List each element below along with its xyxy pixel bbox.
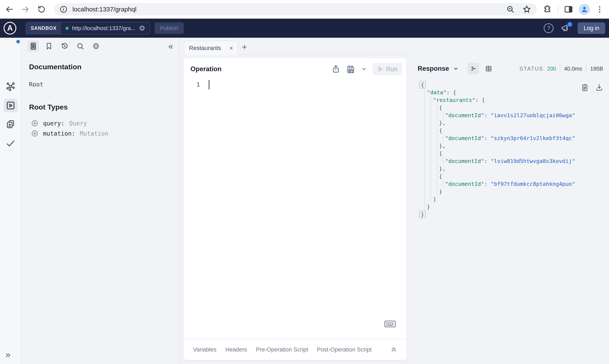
response-code-line: "documentId": "szkyn3pr64r1v2lkebf3t4qc" xyxy=(421,134,575,142)
docs-root-link[interactable]: Root xyxy=(29,81,43,88)
sandbox-badge: SANDBOX xyxy=(26,23,61,34)
response-code-line: { xyxy=(421,172,575,180)
extensions-puzzle-icon[interactable] xyxy=(543,4,552,14)
browser-actions xyxy=(543,4,604,15)
response-code-line: }, xyxy=(421,142,575,150)
status-label: STATUS xyxy=(519,66,543,72)
endpoint-url-input[interactable]: http://localhost:1337/gra... xyxy=(72,25,135,32)
status-divider xyxy=(560,64,560,73)
response-pretty-view-toggle[interactable] xyxy=(468,63,479,74)
response-size: 195B xyxy=(590,65,603,72)
tab-label: Restaurants xyxy=(189,45,229,52)
editor-line-number: 1 xyxy=(196,81,200,88)
type-name-link[interactable]: Query xyxy=(69,120,87,127)
add-field-plus-icon[interactable] xyxy=(31,130,38,137)
response-json-viewer: {"data": {"restaurants": [{"documentId":… xyxy=(421,81,575,218)
response-code-line: } xyxy=(421,188,575,195)
rail-item-schema[interactable] xyxy=(4,80,17,93)
editor-tab-pre-operation-script[interactable]: Pre-Operation Script xyxy=(256,346,308,353)
indent-guide xyxy=(443,157,443,165)
explorer-settings-button[interactable]: ⚙ xyxy=(91,41,102,52)
response-code-line: } xyxy=(421,203,575,211)
editor-tab-headers[interactable]: Headers xyxy=(225,346,247,353)
save-menu-chevron-down-icon[interactable] xyxy=(361,66,367,72)
copy-response-icon[interactable] xyxy=(581,83,589,92)
operation-tab-restaurants[interactable]: Restaurants × xyxy=(184,41,238,55)
forward-arrow-icon xyxy=(21,5,30,14)
documentation-title: Documentation xyxy=(29,63,81,71)
editor-tab-variables[interactable]: Variables xyxy=(193,346,217,353)
keyboard-icon xyxy=(384,319,396,329)
browser-back-button[interactable] xyxy=(2,2,16,16)
operation-editor-card: Operation Run 1 Variables Headers Pre-Op… xyxy=(183,58,407,360)
bookmark-star-icon[interactable] xyxy=(522,5,531,14)
type-name-link[interactable]: Mutation xyxy=(80,130,108,137)
browser-menu-kebab-icon[interactable] xyxy=(596,5,604,13)
expand-rail-icon[interactable]: » xyxy=(5,350,10,360)
type-field-label: mutation: xyxy=(43,130,75,137)
history-button[interactable] xyxy=(59,41,70,52)
response-code-line: "restaurants": [ xyxy=(421,96,575,104)
zoom-out-icon[interactable] xyxy=(506,5,515,14)
search-icon xyxy=(76,42,85,51)
bookmark-icon xyxy=(45,42,53,51)
rail-item-checks[interactable] xyxy=(4,136,17,150)
checkmark-icon xyxy=(5,138,16,148)
align-lines-icon xyxy=(470,65,477,72)
help-icon[interactable]: ? xyxy=(544,23,554,33)
new-tab-button[interactable]: + xyxy=(242,42,247,52)
add-field-plus-icon[interactable] xyxy=(31,120,38,127)
panel-resize-divider[interactable] xyxy=(179,38,180,364)
browser-forward-button[interactable] xyxy=(19,2,32,16)
browser-reload-button[interactable] xyxy=(35,2,48,16)
publish-button[interactable]: Publish xyxy=(155,23,184,34)
documentation-icon xyxy=(29,42,38,51)
close-tab-icon[interactable]: × xyxy=(229,44,233,52)
response-table-view-toggle[interactable] xyxy=(483,63,494,74)
endpoint-selector: SANDBOX http://localhost:1337/gra... ⚙ xyxy=(26,22,150,34)
fold-handle[interactable]: { xyxy=(419,81,426,89)
indent-guide xyxy=(437,104,437,195)
response-code-line: }, xyxy=(421,165,575,172)
run-button[interactable]: Run xyxy=(373,63,402,75)
url-text[interactable]: localhost:1337/graphql xyxy=(72,6,506,13)
endpoint-settings-gear-icon[interactable]: ⚙ xyxy=(139,25,145,32)
site-info-icon[interactable] xyxy=(59,5,68,13)
person-icon xyxy=(580,5,589,13)
response-status-bar: STATUS 200 40.0ms 195B xyxy=(519,63,603,75)
double-chevron-up-icon xyxy=(390,346,397,353)
status-code: 200 xyxy=(547,66,556,72)
response-code-line: "data": { xyxy=(421,89,575,96)
saved-operations-button[interactable] xyxy=(43,41,54,52)
login-button[interactable]: Log in xyxy=(578,23,605,34)
collapse-editor-panel-button[interactable] xyxy=(390,346,397,353)
rail-item-explorer[interactable] xyxy=(4,99,17,112)
collapse-panel-icon[interactable]: « xyxy=(168,41,173,51)
announcements-button[interactable] xyxy=(561,23,570,33)
fold-handle[interactable]: } xyxy=(419,211,426,218)
rail-item-collections[interactable] xyxy=(4,118,17,131)
share-operation-icon[interactable] xyxy=(331,65,340,74)
indent-guide xyxy=(424,89,425,211)
side-panel-icon[interactable] xyxy=(564,4,573,14)
search-schema-button[interactable] xyxy=(75,41,86,52)
address-bar[interactable]: localhost:1337/graphql xyxy=(54,3,537,15)
history-clock-icon xyxy=(60,42,69,51)
notification-dot xyxy=(568,22,572,27)
editor-tab-post-operation-script[interactable]: Post-Operation Script xyxy=(317,346,372,353)
docs-tab-button[interactable] xyxy=(28,41,39,52)
download-response-icon[interactable] xyxy=(595,83,604,92)
keyboard-shortcuts-icon[interactable] xyxy=(384,319,396,329)
response-title: Response xyxy=(418,65,449,72)
response-code-line: } xyxy=(421,211,575,218)
response-code-line: "documentId": "iavv1s2l27uoblqcjai06wga" xyxy=(421,111,575,119)
save-operation-icon[interactable] xyxy=(346,65,355,74)
response-menu-chevron-down-icon[interactable] xyxy=(453,66,459,72)
collections-icon xyxy=(5,119,16,130)
documentation-panel: ⚙ « Documentation Root Root Types query:… xyxy=(22,38,179,364)
divider xyxy=(29,114,173,114)
run-play-icon xyxy=(377,66,383,72)
apollo-logo[interactable]: A xyxy=(4,22,16,35)
indent-guide xyxy=(431,96,431,203)
profile-avatar[interactable] xyxy=(579,4,590,15)
